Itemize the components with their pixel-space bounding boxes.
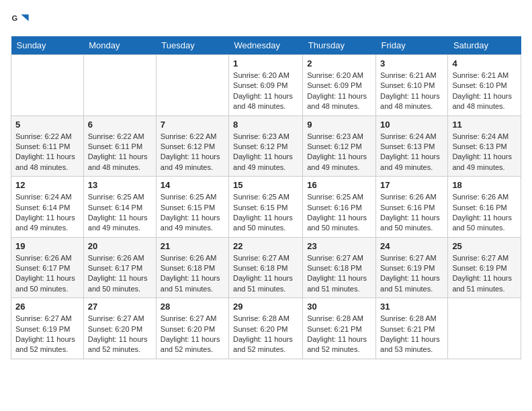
day-info: Sunrise: 6:24 AMSunset: 6:13 PMDaylight:… <box>452 132 517 173</box>
day-number: 12 <box>15 180 79 190</box>
calendar-cell: 16Sunrise: 6:25 AMSunset: 6:16 PMDayligh… <box>303 177 376 238</box>
day-info: Sunrise: 6:26 AMSunset: 6:16 PMDaylight:… <box>452 192 517 234</box>
calendar-cell: 23Sunrise: 6:27 AMSunset: 6:18 PMDayligh… <box>303 237 376 298</box>
calendar-cell <box>448 298 521 359</box>
day-info: Sunrise: 6:22 AMSunset: 6:12 PMDaylight:… <box>161 132 224 173</box>
day-info: Sunrise: 6:27 AMSunset: 6:19 PMDaylight:… <box>380 253 443 295</box>
day-info: Sunrise: 6:25 AMSunset: 6:15 PMDaylight:… <box>161 192 224 234</box>
day-number: 22 <box>233 241 298 251</box>
day-info: Sunrise: 6:20 AMSunset: 6:09 PMDaylight:… <box>233 71 298 112</box>
day-number: 7 <box>161 120 224 130</box>
calendar-cell: 31Sunrise: 6:28 AMSunset: 6:21 PMDayligh… <box>376 298 448 359</box>
day-info: Sunrise: 6:27 AMSunset: 6:20 PMDaylight:… <box>161 314 224 355</box>
calendar-week-row: 12Sunrise: 6:24 AMSunset: 6:14 PMDayligh… <box>11 177 521 238</box>
day-number: 11 <box>452 120 517 130</box>
calendar-cell <box>156 55 228 116</box>
calendar-cell: 29Sunrise: 6:28 AMSunset: 6:20 PMDayligh… <box>229 298 303 359</box>
day-info: Sunrise: 6:24 AMSunset: 6:14 PMDaylight:… <box>15 192 79 234</box>
day-of-week-header: Friday <box>376 36 448 55</box>
day-number: 8 <box>233 120 298 130</box>
day-number: 30 <box>307 302 371 312</box>
day-info: Sunrise: 6:25 AMSunset: 6:15 PMDaylight:… <box>233 192 298 234</box>
day-of-week-header: Monday <box>83 36 156 55</box>
day-number: 23 <box>307 241 371 251</box>
day-number: 21 <box>161 241 224 251</box>
calendar-cell: 7Sunrise: 6:22 AMSunset: 6:12 PMDaylight… <box>156 116 228 177</box>
day-info: Sunrise: 6:23 AMSunset: 6:12 PMDaylight:… <box>307 132 371 173</box>
calendar-cell: 21Sunrise: 6:26 AMSunset: 6:18 PMDayligh… <box>156 237 228 298</box>
day-info: Sunrise: 6:23 AMSunset: 6:12 PMDaylight:… <box>233 132 298 173</box>
calendar-cell: 3Sunrise: 6:21 AMSunset: 6:10 PMDaylight… <box>376 55 448 116</box>
day-info: Sunrise: 6:26 AMSunset: 6:18 PMDaylight:… <box>161 253 224 295</box>
day-info: Sunrise: 6:24 AMSunset: 6:13 PMDaylight:… <box>380 132 443 173</box>
day-info: Sunrise: 6:22 AMSunset: 6:11 PMDaylight:… <box>15 132 79 173</box>
calendar-cell: 8Sunrise: 6:23 AMSunset: 6:12 PMDaylight… <box>229 116 303 177</box>
calendar-cell <box>83 55 156 116</box>
day-number: 27 <box>88 302 152 312</box>
day-info: Sunrise: 6:28 AMSunset: 6:21 PMDaylight:… <box>380 314 443 355</box>
day-info: Sunrise: 6:21 AMSunset: 6:10 PMDaylight:… <box>452 71 517 112</box>
calendar-cell: 26Sunrise: 6:27 AMSunset: 6:19 PMDayligh… <box>11 298 84 359</box>
calendar-week-row: 26Sunrise: 6:27 AMSunset: 6:19 PMDayligh… <box>11 298 521 359</box>
day-of-week-header: Thursday <box>303 36 376 55</box>
day-number: 31 <box>380 302 443 312</box>
day-info: Sunrise: 6:27 AMSunset: 6:18 PMDaylight:… <box>307 253 371 295</box>
calendar-cell: 28Sunrise: 6:27 AMSunset: 6:20 PMDayligh… <box>156 298 228 359</box>
svg-text:G: G <box>11 14 17 22</box>
calendar-week-row: 1Sunrise: 6:20 AMSunset: 6:09 PMDaylight… <box>11 55 521 116</box>
day-info: Sunrise: 6:28 AMSunset: 6:20 PMDaylight:… <box>233 314 298 355</box>
day-info: Sunrise: 6:27 AMSunset: 6:18 PMDaylight:… <box>233 253 298 295</box>
day-info: Sunrise: 6:27 AMSunset: 6:19 PMDaylight:… <box>15 314 79 355</box>
day-info: Sunrise: 6:28 AMSunset: 6:21 PMDaylight:… <box>307 314 371 355</box>
calendar-header-row: SundayMondayTuesdayWednesdayThursdayFrid… <box>11 36 521 55</box>
calendar-cell: 1Sunrise: 6:20 AMSunset: 6:09 PMDaylight… <box>229 55 303 116</box>
day-info: Sunrise: 6:26 AMSunset: 6:17 PMDaylight:… <box>15 253 79 295</box>
svg-marker-1 <box>21 15 28 21</box>
day-number: 19 <box>15 241 79 251</box>
calendar-cell: 27Sunrise: 6:27 AMSunset: 6:20 PMDayligh… <box>83 298 156 359</box>
calendar-cell: 22Sunrise: 6:27 AMSunset: 6:18 PMDayligh… <box>229 237 303 298</box>
day-number: 5 <box>15 120 79 130</box>
calendar-cell: 4Sunrise: 6:21 AMSunset: 6:10 PMDaylight… <box>448 55 521 116</box>
day-number: 2 <box>307 58 371 68</box>
day-of-week-header: Tuesday <box>156 36 228 55</box>
day-info: Sunrise: 6:20 AMSunset: 6:09 PMDaylight:… <box>307 71 371 112</box>
calendar-cell: 14Sunrise: 6:25 AMSunset: 6:15 PMDayligh… <box>156 177 228 238</box>
calendar-cell: 13Sunrise: 6:25 AMSunset: 6:14 PMDayligh… <box>83 177 156 238</box>
calendar-cell: 5Sunrise: 6:22 AMSunset: 6:11 PMDaylight… <box>11 116 84 177</box>
day-number: 9 <box>307 120 371 130</box>
day-number: 18 <box>452 180 517 190</box>
day-info: Sunrise: 6:26 AMSunset: 6:16 PMDaylight:… <box>380 192 443 234</box>
logo: G <box>11 11 32 30</box>
day-number: 1 <box>233 58 298 68</box>
calendar-week-row: 19Sunrise: 6:26 AMSunset: 6:17 PMDayligh… <box>11 237 521 298</box>
calendar-cell: 6Sunrise: 6:22 AMSunset: 6:11 PMDaylight… <box>83 116 156 177</box>
day-number: 15 <box>233 180 298 190</box>
calendar-cell: 12Sunrise: 6:24 AMSunset: 6:14 PMDayligh… <box>11 177 84 238</box>
day-of-week-header: Saturday <box>448 36 521 55</box>
day-number: 3 <box>380 58 443 68</box>
day-number: 24 <box>380 241 443 251</box>
day-info: Sunrise: 6:21 AMSunset: 6:10 PMDaylight:… <box>380 71 443 112</box>
calendar-cell: 10Sunrise: 6:24 AMSunset: 6:13 PMDayligh… <box>376 116 448 177</box>
day-info: Sunrise: 6:22 AMSunset: 6:11 PMDaylight:… <box>88 132 152 173</box>
day-of-week-header: Sunday <box>11 36 84 55</box>
calendar-cell: 20Sunrise: 6:26 AMSunset: 6:17 PMDayligh… <box>83 237 156 298</box>
calendar-cell: 18Sunrise: 6:26 AMSunset: 6:16 PMDayligh… <box>448 177 521 238</box>
day-number: 16 <box>307 180 371 190</box>
day-of-week-header: Wednesday <box>229 36 303 55</box>
day-number: 26 <box>15 302 79 312</box>
day-info: Sunrise: 6:27 AMSunset: 6:19 PMDaylight:… <box>452 253 517 295</box>
day-number: 17 <box>380 180 443 190</box>
calendar-cell: 11Sunrise: 6:24 AMSunset: 6:13 PMDayligh… <box>448 116 521 177</box>
calendar-cell: 19Sunrise: 6:26 AMSunset: 6:17 PMDayligh… <box>11 237 84 298</box>
page-header: G <box>11 11 521 30</box>
day-number: 20 <box>88 241 152 251</box>
day-info: Sunrise: 6:27 AMSunset: 6:20 PMDaylight:… <box>88 314 152 355</box>
calendar-cell: 17Sunrise: 6:26 AMSunset: 6:16 PMDayligh… <box>376 177 448 238</box>
day-number: 4 <box>452 58 517 68</box>
day-number: 6 <box>88 120 152 130</box>
calendar-week-row: 5Sunrise: 6:22 AMSunset: 6:11 PMDaylight… <box>11 116 521 177</box>
calendar-cell: 15Sunrise: 6:25 AMSunset: 6:15 PMDayligh… <box>229 177 303 238</box>
calendar-cell <box>11 55 84 116</box>
